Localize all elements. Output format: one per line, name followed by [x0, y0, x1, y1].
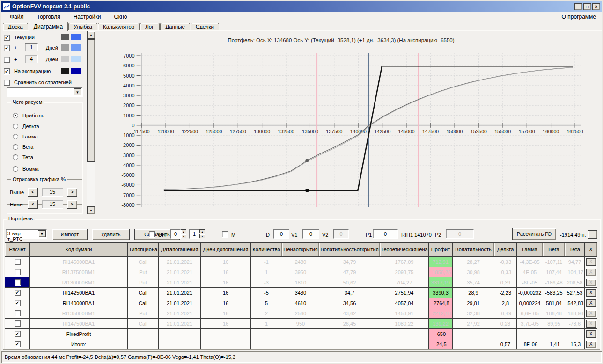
- import-button[interactable]: Импорт: [52, 229, 88, 240]
- strategy-combobox[interactable]: ▼: [7, 87, 82, 96]
- radio-profit[interactable]: Прибыль: [13, 113, 44, 118]
- scroll-down-icon[interactable]: ▼: [87, 206, 95, 214]
- tab-smile[interactable]: Улыбка: [68, 23, 97, 31]
- column-header[interactable]: Дней допогашения: [201, 243, 251, 257]
- chevron-down-icon[interactable]: ▼: [38, 230, 46, 237]
- remove-row-button[interactable]: X: [586, 341, 596, 348]
- plus4-checkbox[interactable]: [4, 57, 10, 63]
- plus1-checkbox[interactable]: ✔: [4, 45, 10, 51]
- radio-delta[interactable]: Дельта: [13, 124, 39, 129]
- dh-spin1-updown[interactable]: ▲▼: [181, 229, 186, 239]
- row-calc-checkbox[interactable]: ✔: [15, 331, 21, 337]
- table-cell: -8E-06: [517, 339, 543, 349]
- remove-row-button[interactable]: X: [586, 320, 596, 328]
- tab-data[interactable]: Данные: [160, 23, 190, 31]
- column-header[interactable]: Волатильностьоткрытия: [319, 243, 380, 257]
- v1-field[interactable]: 0: [302, 229, 319, 239]
- p1-field[interactable]: 0: [373, 229, 398, 239]
- radio-theta[interactable]: Тета: [13, 154, 33, 160]
- scroll-up-icon[interactable]: ▲: [87, 31, 95, 39]
- radio-icon[interactable]: [13, 124, 18, 129]
- scrollbar-thumb[interactable]: [87, 39, 95, 162]
- below-decrease-button[interactable]: <: [28, 200, 38, 209]
- row-calc-checkbox[interactable]: ✔: [15, 300, 21, 306]
- minimize-button[interactable]: _: [574, 3, 582, 10]
- dh-spin1-value[interactable]: 0: [170, 229, 181, 239]
- below-increase-button[interactable]: >: [67, 200, 77, 209]
- y-tick-label: 7000: [123, 53, 134, 58]
- close-button[interactable]: ×: [592, 3, 600, 10]
- column-header[interactable]: Ценаоткрытия: [282, 243, 319, 257]
- plus4-days-input[interactable]: 4: [25, 55, 38, 63]
- radio-icon[interactable]: [13, 154, 18, 160]
- column-header[interactable]: Расчет: [5, 243, 30, 257]
- remove-row-button[interactable]: X: [586, 299, 596, 307]
- above-value[interactable]: 15: [42, 188, 63, 197]
- radio-icon[interactable]: [13, 113, 18, 118]
- radio-icon[interactable]: [13, 144, 18, 150]
- row-calc-checkbox[interactable]: [15, 320, 21, 327]
- dh-checkbox[interactable]: [149, 231, 155, 237]
- tab-deals[interactable]: Сделки: [191, 23, 219, 31]
- column-header[interactable]: Теоретическаяцена: [380, 243, 429, 257]
- column-header[interactable]: Код бумаги: [30, 243, 128, 257]
- radio-vomma[interactable]: Вомма: [13, 166, 39, 172]
- tab-board[interactable]: Доска: [3, 23, 28, 31]
- menu-window[interactable]: Окно: [110, 13, 132, 21]
- column-header[interactable]: Тета: [565, 243, 585, 257]
- portfolio-preset-combobox[interactable]: 3-вар-т_РТС ▼: [6, 229, 47, 238]
- table-cell: 0,000224: [517, 298, 543, 308]
- column-header[interactable]: Датапогашения: [159, 243, 201, 257]
- remove-row-button[interactable]: X: [586, 258, 596, 266]
- column-header[interactable]: Гамма: [517, 243, 543, 257]
- radio-vega[interactable]: Вега: [13, 144, 33, 150]
- row-calc-checkbox[interactable]: [15, 310, 21, 316]
- row-calc-checkbox[interactable]: [15, 279, 21, 285]
- menu-settings[interactable]: Настройки: [69, 13, 106, 21]
- maximize-button[interactable]: □: [583, 3, 591, 10]
- above-decrease-button[interactable]: <: [28, 188, 38, 197]
- menu-about[interactable]: О программе: [556, 13, 602, 21]
- column-header[interactable]: Вега: [543, 243, 565, 257]
- below-value[interactable]: 15: [42, 200, 63, 209]
- above-increase-button[interactable]: >: [67, 188, 77, 197]
- radio-icon[interactable]: [13, 166, 18, 172]
- row-calc-checkbox[interactable]: ✔: [15, 341, 21, 347]
- collapse-portfolio-button[interactable]: _: [588, 230, 597, 239]
- row-calc-checkbox[interactable]: [15, 269, 21, 275]
- remove-row-button[interactable]: X: [586, 289, 596, 297]
- radio-icon[interactable]: [13, 134, 18, 139]
- current-checkbox[interactable]: ✔: [4, 35, 10, 41]
- calc-go-button[interactable]: Рассчитать ГО: [512, 228, 556, 240]
- compare-strategy-checkbox[interactable]: [4, 80, 10, 86]
- table-cell: RI137500BM1: [30, 267, 128, 277]
- options-scrollbar[interactable]: ▲ ▼: [87, 31, 95, 214]
- column-header[interactable]: Волатильность: [453, 243, 494, 257]
- tab-diagram[interactable]: Диаграмма: [29, 22, 68, 31]
- remove-row-button[interactable]: X: [586, 279, 596, 286]
- delete-button[interactable]: Удалить: [92, 229, 130, 240]
- m-checkbox[interactable]: [222, 231, 228, 237]
- expiration-checkbox[interactable]: ✔: [4, 68, 10, 74]
- dh-spin2-updown[interactable]: ▲▼: [199, 229, 205, 239]
- column-header[interactable]: Типопциона: [128, 243, 159, 257]
- column-header[interactable]: Дельта: [494, 243, 517, 257]
- d-field[interactable]: 0: [273, 229, 289, 239]
- radio-gamma[interactable]: Гамма: [13, 134, 38, 139]
- row-calc-checkbox[interactable]: ✔: [15, 290, 21, 296]
- column-header[interactable]: Количество: [251, 243, 282, 257]
- chevron-down-icon[interactable]: ▼: [74, 88, 81, 95]
- tab-log[interactable]: Лог: [140, 23, 160, 31]
- days-label: Дней: [46, 57, 58, 62]
- remove-row-button[interactable]: X: [586, 310, 596, 317]
- row-calc-checkbox[interactable]: [15, 259, 21, 265]
- column-header[interactable]: Профит: [429, 243, 453, 257]
- column-header[interactable]: X: [585, 243, 597, 257]
- tab-calculator[interactable]: Калькулятор: [98, 23, 140, 31]
- menu-trading[interactable]: Торговля: [32, 13, 65, 21]
- menu-file[interactable]: Файл: [5, 13, 29, 21]
- plus1-days-input[interactable]: 1: [25, 43, 38, 51]
- remove-row-button[interactable]: X: [586, 330, 596, 338]
- remove-row-button[interactable]: X: [586, 269, 596, 276]
- dh-spin2-value[interactable]: 1: [189, 229, 199, 239]
